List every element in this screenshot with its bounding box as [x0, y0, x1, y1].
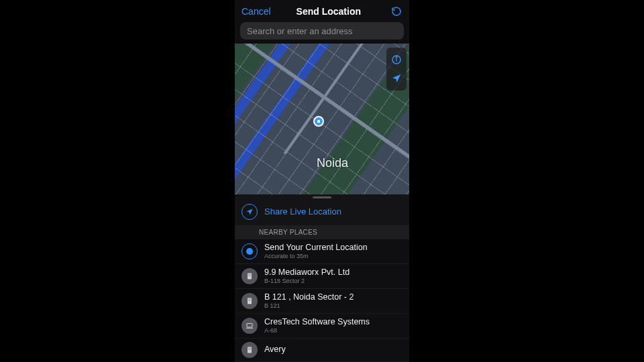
refresh-icon	[391, 6, 402, 17]
place-name: B 121 , Noida Sector - 2	[264, 292, 354, 302]
svg-rect-16	[250, 348, 251, 349]
page-title: Send Location	[267, 6, 390, 17]
place-name: 9.9 Mediaworx Pvt. Ltd	[264, 267, 350, 278]
map-city-label: Noida	[317, 156, 348, 170]
refresh-button[interactable]	[390, 5, 402, 17]
laptop-icon	[241, 318, 258, 334]
map-view[interactable]: Noida	[235, 44, 409, 194]
current-location-pin	[313, 116, 324, 127]
place-addr: B 121	[264, 302, 354, 310]
place-row[interactable]: 9.9 Mediaworx Pvt. Ltd B-118 Sector 2	[235, 264, 409, 289]
svg-rect-14	[248, 347, 252, 353]
place-row[interactable]: Avery	[235, 339, 409, 362]
svg-rect-5	[250, 274, 251, 275]
svg-rect-17	[249, 349, 250, 350]
map-locate-button[interactable]	[390, 69, 403, 88]
svg-rect-8	[248, 298, 252, 304]
place-row[interactable]: B 121 , Noida Sector - 2 B 121	[235, 289, 409, 314]
svg-rect-7	[250, 276, 251, 276]
share-live-location-button[interactable]: Share Live Location	[235, 200, 409, 225]
info-icon	[391, 54, 402, 65]
svg-rect-11	[249, 300, 250, 301]
svg-rect-9	[249, 299, 250, 300]
building-icon	[241, 342, 258, 358]
map-info-button[interactable]	[390, 50, 403, 69]
svg-point-2	[396, 57, 396, 58]
share-live-icon-wrap	[241, 204, 258, 220]
building-icon	[241, 293, 258, 309]
map-controls	[386, 48, 407, 90]
sheet-grabber[interactable]	[235, 194, 409, 200]
send-location-screen: Cancel Send Location Search or enter an …	[235, 0, 409, 362]
svg-rect-18	[250, 349, 251, 350]
svg-rect-10	[250, 299, 251, 300]
search-input[interactable]: Search or enter an address	[240, 22, 404, 40]
svg-rect-15	[249, 348, 250, 349]
current-location-title: Send Your Current Location	[264, 243, 368, 253]
place-addr: A-68	[264, 327, 370, 335]
place-row[interactable]: CresTech Software Systems A-68	[235, 314, 409, 339]
place-name: Avery	[264, 345, 286, 355]
building-icon	[241, 268, 258, 284]
search-placeholder: Search or enter an address	[247, 26, 353, 36]
location-arrow-icon	[391, 73, 402, 84]
place-name: CresTech Software Systems	[264, 317, 370, 327]
svg-rect-12	[250, 300, 251, 301]
svg-rect-4	[249, 274, 250, 275]
send-current-location-row[interactable]: Send Your Current Location Accurate to 3…	[235, 239, 409, 264]
place-addr: B-118 Sector 2	[264, 278, 350, 285]
current-location-subtitle: Accurate to 35m	[264, 253, 368, 260]
share-live-label: Share Live Location	[264, 206, 341, 217]
current-location-icon	[241, 243, 258, 259]
search-wrap: Search or enter an address	[235, 22, 409, 44]
svg-rect-6	[249, 276, 250, 276]
svg-rect-13	[247, 323, 252, 327]
nearby-places-header: NEARBY PLACES	[235, 225, 409, 239]
svg-rect-3	[248, 273, 252, 279]
header: Cancel Send Location	[235, 0, 409, 22]
broadcast-arrow-icon	[246, 208, 254, 216]
